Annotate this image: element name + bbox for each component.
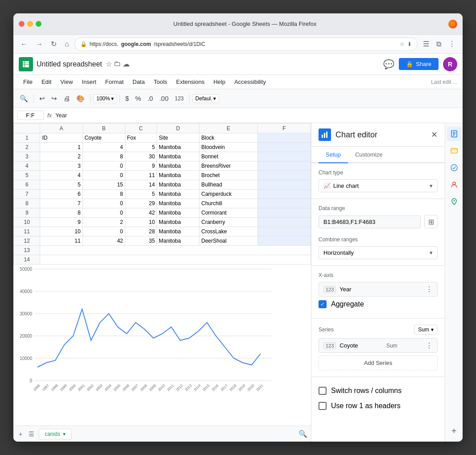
list-sheets-button[interactable]: ☰ bbox=[27, 429, 36, 439]
data-range-input[interactable]: B1:B4683,F1:F4683 bbox=[319, 215, 421, 228]
formula-input[interactable]: Year bbox=[55, 112, 459, 119]
format-123-button[interactable]: 123 bbox=[172, 95, 186, 103]
svg-text:2017: 2017 bbox=[220, 383, 228, 392]
menu-extensions[interactable]: Extensions bbox=[172, 77, 209, 87]
panel-close-button[interactable]: ✕ bbox=[431, 130, 438, 140]
title-bar: Untitled spreadsheet - Google Sheets — M… bbox=[13, 13, 463, 35]
maps-icon[interactable] bbox=[447, 194, 461, 209]
cell-reference[interactable]: F:F bbox=[17, 111, 44, 120]
google-tasks-icon[interactable] bbox=[447, 161, 461, 175]
col-header-e[interactable]: E bbox=[199, 124, 258, 133]
star-icon[interactable]: ☆ bbox=[106, 60, 112, 68]
row-num-1: 1 bbox=[14, 133, 40, 143]
add-series-button[interactable]: Add Series bbox=[319, 356, 438, 370]
switch-rows-checkbox[interactable] bbox=[319, 387, 327, 395]
keep-notes-icon[interactable] bbox=[447, 127, 461, 141]
home-button[interactable]: ⌂ bbox=[62, 38, 72, 50]
bookmark-icon[interactable]: ☆ bbox=[400, 41, 405, 47]
forward-button[interactable]: → bbox=[33, 38, 46, 50]
col-header-a[interactable]: A bbox=[40, 124, 83, 133]
aggregate-checkbox[interactable]: ✓ bbox=[319, 300, 327, 308]
switch-rows-row: Switch rows / columns bbox=[319, 383, 438, 398]
font-selector[interactable]: Defaul. ▾ bbox=[192, 94, 219, 103]
col-header-f[interactable]: F bbox=[258, 124, 311, 133]
panel-header: Chart editor ✕ bbox=[311, 123, 445, 147]
combine-ranges-select[interactable]: Horizontally ▾ bbox=[319, 246, 438, 259]
sidebar-toggle-button[interactable]: ☰ bbox=[420, 38, 432, 50]
combine-ranges-label: Combine ranges bbox=[319, 236, 438, 243]
paint-format-button[interactable]: 🎨 bbox=[74, 93, 87, 104]
explore-icon[interactable]: 🔍 bbox=[298, 430, 307, 438]
menu-format[interactable]: Format bbox=[101, 77, 128, 87]
close-button[interactable] bbox=[19, 21, 25, 27]
font-chevron-icon: ▾ bbox=[213, 95, 216, 102]
add-addon-button[interactable]: + bbox=[447, 424, 461, 438]
shield-icon: 🔒 bbox=[80, 41, 87, 47]
back-button[interactable]: ← bbox=[18, 38, 30, 50]
use-row-headers-checkbox[interactable] bbox=[319, 402, 327, 410]
series-item-name: Coyote bbox=[339, 342, 358, 349]
tab-bar: + ☰ canids ▾ 🔍 bbox=[13, 426, 311, 442]
percent-button[interactable]: % bbox=[132, 93, 144, 104]
nav-icons: ☰ ⧉ ⋮ bbox=[420, 38, 458, 50]
svg-text:10000: 10000 bbox=[20, 356, 32, 361]
col-header-c[interactable]: C bbox=[125, 124, 157, 133]
download-icon[interactable]: ⬇ bbox=[407, 41, 412, 47]
menu-insert[interactable]: Insert bbox=[77, 77, 101, 87]
series-item-more-button[interactable]: ⋮ bbox=[426, 341, 433, 350]
print-button[interactable]: 🖨 bbox=[61, 93, 73, 104]
currency-button[interactable]: $ bbox=[123, 93, 132, 104]
contacts-icon[interactable] bbox=[447, 178, 461, 192]
cloud-icon[interactable]: ☁ bbox=[123, 60, 130, 68]
chart-container: 50000 40000 30000 20000 10000 0 bbox=[13, 265, 311, 426]
svg-rect-49 bbox=[451, 149, 457, 153]
series-item-agg: Sum bbox=[386, 343, 397, 349]
chart-type-select[interactable]: 📈 Line chart ▾ bbox=[319, 179, 438, 192]
decrease-decimal-button[interactable]: .0 bbox=[145, 93, 156, 104]
tab-customize[interactable]: Customize bbox=[348, 147, 389, 163]
menu-tools[interactable]: Tools bbox=[149, 77, 171, 87]
avatar[interactable]: R bbox=[443, 57, 457, 71]
cell-e1[interactable]: Block bbox=[199, 133, 258, 143]
xaxis-more-button[interactable]: ⋮ bbox=[426, 285, 433, 294]
minimize-button[interactable] bbox=[27, 21, 33, 27]
zoom-control[interactable]: 100% ▾ bbox=[93, 94, 117, 103]
tab-toggle-button[interactable]: ⧉ bbox=[434, 38, 444, 50]
svg-text:2016: 2016 bbox=[211, 383, 219, 392]
svg-text:2006: 2006 bbox=[122, 383, 130, 392]
tasks-icon[interactable] bbox=[447, 144, 461, 158]
menu-file[interactable]: File bbox=[19, 77, 37, 87]
refresh-button[interactable]: ↻ bbox=[48, 38, 59, 50]
series-sum-select[interactable]: Sum ▾ bbox=[414, 325, 438, 335]
cell-b1[interactable]: Coyote bbox=[83, 133, 125, 143]
sheet-tab-canids[interactable]: canids ▾ bbox=[39, 429, 71, 439]
chart-type-chevron-icon: ▾ bbox=[430, 182, 433, 189]
increase-decimal-button[interactable]: .00 bbox=[157, 93, 171, 104]
folder-icon[interactable]: 🗀 bbox=[114, 60, 121, 68]
menu-help[interactable]: Help bbox=[209, 77, 230, 87]
undo-button[interactable]: ↩ bbox=[37, 93, 48, 104]
comment-button[interactable]: 💬 bbox=[383, 59, 394, 70]
redo-button[interactable]: ↪ bbox=[49, 93, 60, 104]
cell-a1[interactable]: ID bbox=[40, 133, 83, 143]
cell-f1[interactable] bbox=[258, 133, 311, 143]
menu-edit[interactable]: Edit bbox=[37, 77, 56, 87]
search-button[interactable]: 🔍 bbox=[17, 93, 31, 104]
last-edit: Last edit ... bbox=[431, 79, 457, 85]
menu-accessibility[interactable]: Accessibility bbox=[230, 77, 270, 87]
col-header-d[interactable]: D bbox=[157, 124, 199, 133]
table-row: 1 ID Coyote Fox Site Block bbox=[14, 133, 311, 143]
col-header-b[interactable]: B bbox=[83, 124, 125, 133]
menu-button[interactable]: ⋮ bbox=[446, 38, 458, 50]
grid-select-button[interactable]: ⊞ bbox=[424, 215, 438, 228]
menu-data[interactable]: Data bbox=[128, 77, 149, 87]
toolbar: 🔍 ↩ ↪ 🖨 🎨 100% ▾ $ % .0 .00 123 Defaul. … bbox=[13, 89, 463, 108]
share-button[interactable]: 🔒 Share bbox=[399, 58, 439, 70]
address-bar[interactable]: 🔒 https://docs.google.com/spreadsheets/d… bbox=[75, 37, 418, 51]
tab-setup[interactable]: Setup bbox=[319, 147, 348, 163]
add-sheet-button[interactable]: + bbox=[17, 429, 24, 439]
menu-view[interactable]: View bbox=[56, 77, 77, 87]
cell-c1[interactable]: Fox bbox=[125, 133, 157, 143]
cell-d1[interactable]: Site bbox=[157, 133, 199, 143]
maximize-button[interactable] bbox=[36, 21, 41, 27]
